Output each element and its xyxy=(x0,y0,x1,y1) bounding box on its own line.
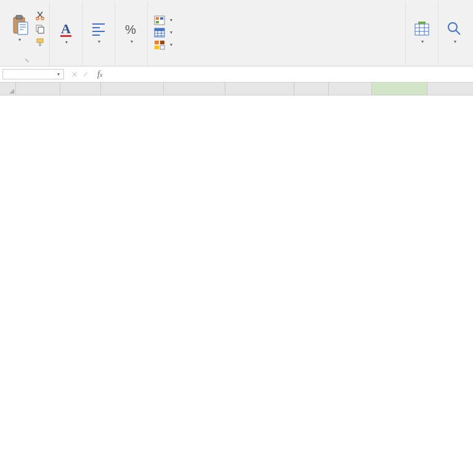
cancel-formula-icon[interactable]: ✕ xyxy=(71,70,78,79)
styles-group-label xyxy=(152,62,402,65)
table-icon xyxy=(154,28,165,38)
svg-rect-6 xyxy=(38,27,44,33)
enter-formula-icon[interactable]: ✓ xyxy=(83,70,89,79)
name-box[interactable]: ▾ xyxy=(2,69,64,79)
col-header[interactable] xyxy=(329,83,372,95)
chevron-down-icon: ▾ xyxy=(421,39,424,44)
column-headers xyxy=(0,83,473,95)
svg-text:A: A xyxy=(61,21,71,36)
group-clipboard: ▾ ⤡ xyxy=(2,2,50,66)
formula-input[interactable] xyxy=(111,73,473,76)
paste-button[interactable]: ▾ xyxy=(6,14,32,44)
svg-rect-20 xyxy=(155,46,159,49)
find-icon xyxy=(446,20,463,38)
chevron-down-icon: ▾ xyxy=(454,39,456,44)
svg-rect-1 xyxy=(16,15,22,19)
svg-rect-13 xyxy=(156,17,159,20)
svg-point-24 xyxy=(448,23,457,31)
chevron-down-icon: ▾ xyxy=(170,30,172,35)
fx-icon[interactable]: fx xyxy=(94,70,106,79)
svg-point-3 xyxy=(36,17,39,19)
col-header[interactable] xyxy=(101,83,164,95)
svg-rect-18 xyxy=(155,41,159,44)
svg-point-4 xyxy=(41,17,44,19)
clipboard-icon xyxy=(10,15,28,36)
chevron-down-icon: ▾ xyxy=(57,71,60,77)
alignment-group-label xyxy=(86,62,111,65)
svg-rect-2 xyxy=(18,22,28,34)
group-editing: ▾ xyxy=(439,2,471,66)
editing-button[interactable]: ▾ xyxy=(442,19,467,46)
group-cells: ▾ xyxy=(406,2,439,66)
svg-rect-17 xyxy=(155,28,164,31)
col-header[interactable] xyxy=(164,83,225,95)
chevron-down-icon: ▾ xyxy=(98,39,100,44)
svg-rect-8 xyxy=(39,42,41,46)
chevron-down-icon: ▾ xyxy=(131,39,133,44)
number-group-label xyxy=(119,62,144,65)
cells-button[interactable]: ▾ xyxy=(410,19,434,46)
font-button[interactable]: A ▾ xyxy=(54,18,78,46)
svg-rect-22 xyxy=(415,24,429,35)
cond-format-icon xyxy=(154,15,165,25)
format-as-table-button[interactable]: ▾ xyxy=(152,27,175,38)
col-header[interactable] xyxy=(60,83,101,95)
font-group-label xyxy=(54,62,78,65)
col-header[interactable] xyxy=(372,83,427,95)
copy-icon[interactable] xyxy=(34,23,46,34)
svg-rect-23 xyxy=(418,22,426,24)
select-all-corner[interactable] xyxy=(0,83,16,95)
svg-rect-10 xyxy=(60,35,71,37)
cells-icon xyxy=(413,20,431,38)
percent-icon: % xyxy=(123,20,140,38)
ribbon: ▾ ⤡ A ▾ ▾ % xyxy=(0,0,473,67)
col-header[interactable] xyxy=(225,83,294,95)
svg-rect-19 xyxy=(160,41,164,44)
editing-group-label xyxy=(442,62,467,65)
col-header[interactable] xyxy=(294,83,329,95)
alignment-button[interactable]: ▾ xyxy=(86,19,111,46)
format-painter-icon[interactable] xyxy=(34,37,46,48)
chevron-down-icon: ▾ xyxy=(170,17,172,23)
svg-rect-21 xyxy=(160,46,164,49)
formula-bar: ▾ ✕ ✓ fx xyxy=(0,67,473,83)
alignment-icon xyxy=(90,20,107,38)
svg-rect-15 xyxy=(156,21,159,23)
chevron-down-icon: ▾ xyxy=(170,42,172,47)
cut-icon[interactable] xyxy=(34,10,46,21)
chevron-down-icon: ▾ xyxy=(18,37,21,42)
group-font: A ▾ xyxy=(50,2,83,66)
dialog-launcher-icon[interactable]: ⤡ xyxy=(25,57,30,63)
number-button[interactable]: % ▾ xyxy=(119,19,144,46)
font-icon: A xyxy=(57,20,75,38)
worksheet-grid xyxy=(0,83,473,95)
col-header[interactable] xyxy=(16,83,60,95)
group-styles: ▾ ▾ ▾ xyxy=(148,2,406,66)
svg-text:%: % xyxy=(125,23,136,36)
cells-group-label xyxy=(410,62,434,65)
cell-styles-icon xyxy=(154,40,165,50)
conditional-formatting-button[interactable]: ▾ xyxy=(152,15,175,26)
svg-rect-14 xyxy=(160,17,163,20)
group-number: % ▾ xyxy=(115,2,148,66)
chevron-down-icon: ▾ xyxy=(65,39,68,45)
cell-styles-button[interactable]: ▾ xyxy=(152,39,175,50)
svg-rect-7 xyxy=(37,39,43,42)
group-alignment: ▾ xyxy=(83,2,115,66)
